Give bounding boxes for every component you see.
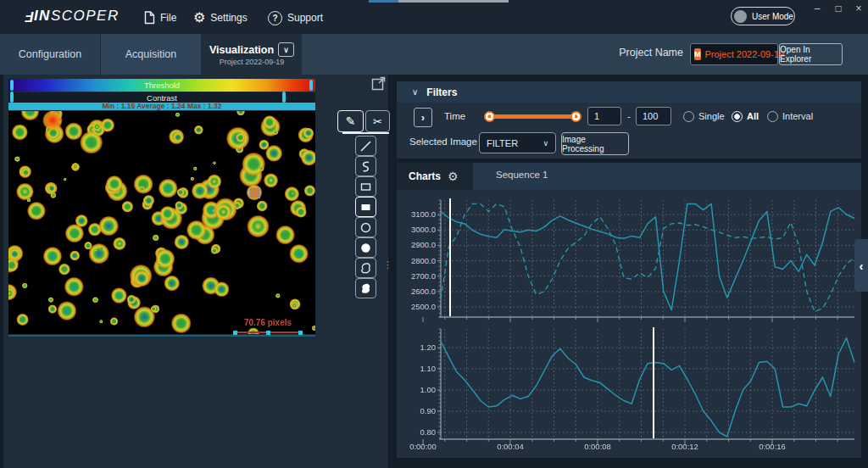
svg-text:0:00:16: 0:00:16 [759,442,786,451]
chevron-down-icon: ∨ [542,139,548,148]
time-slider-handle-left[interactable] [484,111,495,122]
threshold-label: Threshold [8,81,315,90]
rectangle-tool-button[interactable] [355,176,376,197]
menu-support[interactable]: ? Support [268,10,323,25]
svg-text:1.20: 1.20 [420,343,437,352]
svg-text:2600.0: 2600.0 [411,287,436,296]
time-slider-handle-right[interactable] [570,111,581,122]
radio-all[interactable] [732,111,743,122]
threshold-handle-left[interactable] [10,80,14,91]
chevron-down-icon[interactable]: ∨ [278,42,294,57]
gear-icon: ⚙ [193,11,205,25]
chart-ratio[interactable]: 1.201.101.000.900.800:00:000:00:040:00:0… [398,326,861,458]
draw-tool-button[interactable]: ✎ [337,110,364,132]
user-mode-toggle[interactable]: User Mode [731,7,795,25]
inscoper-logo: FINSCOPER [24,8,120,25]
filled-polygon-icon [359,282,372,295]
svg-text:2800.0: 2800.0 [411,256,436,265]
collapse-panel-handle[interactable]: ‹ [854,239,868,292]
image-set-value: FILTER [487,138,518,148]
svg-text:3000.0: 3000.0 [411,225,436,234]
menu-file[interactable]: File [144,10,176,25]
menu-settings[interactable]: ⚙ Settings [193,10,248,25]
toggle-knob [734,10,747,23]
project-name-label: Project Name [581,47,683,58]
tab-charts[interactable]: Charts ⚙ [397,163,473,190]
filled-circle-icon [359,242,372,254]
user-mode-label: User Mode [752,12,793,21]
cut-tool-button[interactable]: ✂ [365,110,390,132]
svg-text:1.00: 1.00 [420,385,437,394]
window-maximize-button[interactable]: □ [831,3,846,14]
roi-marker[interactable] [249,187,260,198]
time-from-input[interactable]: 1 [587,107,621,125]
stats-text: Min : 1.15 Average : 1.24 Max : 1.32 [102,103,221,110]
open-external-window-icon[interactable] [371,75,387,94]
radio-interval[interactable] [767,111,778,122]
chevron-left-icon: ‹ [860,259,864,273]
menu-support-label: Support [287,12,323,24]
filters-expand-button[interactable]: › [414,108,432,127]
panel-divider [392,75,392,468]
project-name-value: Project 2022-09-19 [705,49,785,59]
svg-text:3100.0: 3100.0 [411,209,436,219]
threshold-handle-right[interactable] [309,80,313,91]
filled-rectangle-icon [359,201,372,214]
window-minimize-button[interactable]: – [810,3,825,14]
chart-intensity[interactable]: 3100.03000.02900.02800.02700.02600.02500… [398,193,861,322]
line-tool-button[interactable] [355,136,376,156]
filled-polygon-tool-button[interactable] [355,278,376,298]
svg-text:2900.0: 2900.0 [411,240,436,249]
contrast-handle-right[interactable] [282,92,286,103]
svg-text:0:00:08: 0:00:08 [584,442,611,451]
progress-bar-filled [369,0,398,3]
tab-visualization[interactable]: Visualization∨ Project 2022-09-19 [202,34,302,75]
panel-splitter-handle[interactable]: ⋮ [383,263,392,267]
svg-text:1.10: 1.10 [420,364,437,373]
filters-header[interactable]: ∨ Filters [397,81,861,103]
image-processing-button[interactable]: Image Processing [561,132,629,155]
radio-interval-label[interactable]: Interval [782,111,813,121]
project-name-input[interactable]: M Project 2022-09-19 [690,43,778,65]
open-in-explorer-button[interactable]: Open In Explorer [779,43,843,65]
contrast-handle-left[interactable] [10,92,14,103]
svg-text:0:00:00: 0:00:00 [409,442,437,451]
radio-all-label[interactable]: All [747,111,759,121]
tool-group-underline [342,132,389,134]
radio-single[interactable] [683,111,694,122]
polygon-icon [359,262,372,275]
tab-acquisition[interactable]: Acquisition [101,34,202,75]
file-icon [144,11,155,25]
measurement-label: 70.76 pixels [225,318,310,327]
range-separator: - [627,111,631,121]
circle-tool-button[interactable] [355,217,376,237]
progress-bar-track [398,0,509,3]
filters-collapse-icon[interactable]: ∨ [412,87,418,97]
circle-icon [359,221,372,234]
filled-circle-tool-button[interactable] [355,237,376,258]
charts-settings-gear-icon[interactable]: ⚙ [448,170,459,183]
tab-sequence-1[interactable]: Sequence 1 [496,170,548,180]
menu-file-label: File [160,12,176,24]
svg-text:0:00:12: 0:00:12 [671,442,698,451]
time-label: Time [444,111,465,121]
filled-rectangle-tool-button[interactable] [355,197,376,217]
time-slider-track[interactable] [490,114,576,119]
line-icon [359,140,372,153]
roi-marker-label: 1 [253,177,257,185]
radio-single-label[interactable]: Single [698,111,725,121]
polygon-tool-button[interactable] [355,258,376,278]
tab-visualization-label: Visualization [209,44,274,56]
scissors-icon: ✂ [373,115,382,128]
histogram-stats-bar: Min : 1.15 Average : 1.24 Max : 1.32 [8,103,315,110]
curve-tool-button[interactable] [355,156,376,176]
window-close-button[interactable]: × [851,3,866,14]
specimen-image-frame [8,111,315,334]
image-set-dropdown[interactable]: FILTER ∨ [479,132,556,153]
rectangle-icon [359,181,372,193]
specimen-image[interactable] [8,111,315,334]
curve-icon [359,160,372,173]
svg-text:0.80: 0.80 [420,427,437,437]
time-to-input[interactable]: 100 [636,107,671,125]
tab-configuration[interactable]: Configuration [0,34,101,75]
